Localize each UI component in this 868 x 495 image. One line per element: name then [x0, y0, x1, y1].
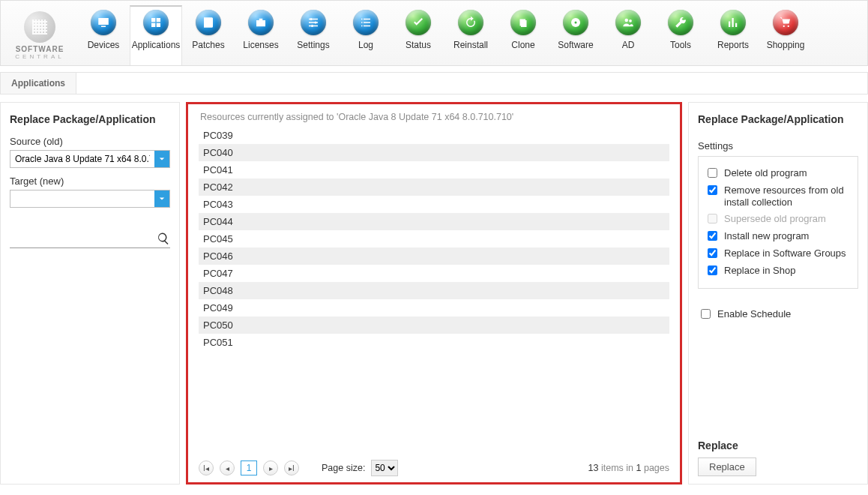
toolbar-devices-button[interactable]: Devices	[77, 5, 130, 65]
wrench-icon	[668, 10, 693, 35]
settings-group: Delete old programRemove resources from …	[698, 156, 858, 289]
toolbar-clone-button[interactable]: Clone	[497, 5, 549, 65]
pager-prev-button[interactable]: ◂	[220, 460, 235, 476]
resource-row[interactable]: PC046	[199, 248, 669, 265]
toolbar-reports-label: Reports	[717, 40, 749, 50]
source-dropdown-button[interactable]	[154, 151, 169, 167]
resource-row[interactable]: PC040	[199, 144, 669, 161]
resource-row[interactable]: PC042	[199, 178, 669, 196]
cart-icon	[773, 10, 798, 35]
toolbar-licenses-button[interactable]: Licenses	[235, 5, 287, 65]
resource-row[interactable]: PC051	[199, 334, 669, 351]
source-label: Source (old)	[10, 136, 170, 147]
enable-schedule-checkbox[interactable]	[701, 309, 711, 319]
option-remove_res[interactable]: Remove resources from old install collec…	[705, 184, 852, 208]
option-delete_old[interactable]: Delete old program	[705, 167, 852, 180]
center-panel: Resources currently assigned to 'Oracle …	[186, 102, 682, 484]
refresh-icon	[458, 10, 483, 35]
svg-point-2	[311, 25, 313, 27]
pager-next-button[interactable]: ▸	[263, 460, 278, 476]
copy-icon	[510, 10, 536, 35]
replace-section: Replace Replace	[698, 436, 858, 476]
toolbar-reinstall-button[interactable]: Reinstall	[444, 5, 497, 65]
settings-label: Settings	[698, 140, 858, 152]
toolbar-tools-button[interactable]: Tools	[654, 5, 707, 65]
toolbar-reinstall-label: Reinstall	[453, 40, 488, 50]
main-layout: Replace Package/Application Source (old)…	[0, 102, 868, 484]
replace-header: Replace	[698, 440, 858, 452]
replace-button[interactable]: Replace	[698, 458, 756, 476]
source-input[interactable]	[10, 151, 154, 167]
pager-current-page[interactable]: 1	[241, 460, 257, 476]
search-input[interactable]	[10, 232, 157, 244]
page-size-select[interactable]: 50	[371, 460, 398, 476]
svg-point-1	[315, 22, 317, 24]
target-combo[interactable]	[10, 190, 170, 208]
source-combo[interactable]	[10, 150, 170, 168]
toolbar-settings-button[interactable]: Settings	[287, 5, 340, 65]
brand-logo: SOFTWARE CENTRAL	[2, 5, 77, 65]
option-replace_groups[interactable]: Replace in Software Groups	[705, 248, 852, 260]
pager-summary: 13 items in 1 pages	[588, 463, 669, 473]
target-dropdown-button[interactable]	[154, 190, 169, 207]
toolbar-applications-button[interactable]: Applications	[130, 5, 182, 65]
toolbar-software-button[interactable]: Software	[549, 5, 602, 65]
check-icon	[406, 10, 431, 35]
toolbar-applications-label: Applications	[132, 40, 181, 50]
toolbar-log-button[interactable]: Log	[340, 5, 392, 65]
resource-list-caption: Resources currently assigned to 'Oracle …	[200, 112, 669, 122]
option-replace_shop[interactable]: Replace in Shop	[705, 265, 852, 278]
breadcrumb[interactable]: Applications	[1, 73, 76, 94]
svg-point-6	[629, 20, 632, 22]
toolbar-patches-button[interactable]: Patches	[182, 5, 235, 65]
target-label: Target (new)	[10, 176, 170, 187]
option-replace_groups-checkbox[interactable]	[708, 248, 717, 258]
target-input[interactable]	[10, 190, 154, 207]
option-supersede-label: Supersede old program	[724, 213, 826, 225]
option-remove_res-label: Remove resources from old install collec…	[724, 184, 852, 208]
resource-row[interactable]: PC041	[199, 161, 669, 178]
toolbar-reports-button[interactable]: Reports	[707, 5, 759, 65]
toolbar-settings-label: Settings	[297, 40, 329, 50]
option-replace_shop-checkbox[interactable]	[708, 266, 717, 275]
toolbar-log-label: Log	[358, 40, 373, 50]
option-remove_res-checkbox[interactable]	[708, 185, 717, 195]
brand-name: SOFTWARE	[16, 45, 64, 53]
svg-point-4	[575, 22, 577, 24]
option-install_new-checkbox[interactable]	[708, 231, 717, 241]
apps-icon	[143, 10, 169, 35]
toolbar-ad-button[interactable]: AD	[602, 5, 654, 65]
resource-row[interactable]: PC039	[199, 127, 669, 144]
resource-row[interactable]: PC049	[199, 299, 669, 316]
pager-last-button[interactable]: ▸I	[284, 460, 299, 476]
option-supersede-checkbox	[708, 214, 717, 224]
search-box[interactable]	[10, 229, 170, 248]
list-icon	[353, 10, 379, 35]
users-icon	[615, 10, 641, 35]
enable-schedule-label: Enable Schedule	[717, 308, 791, 320]
option-delete_old-checkbox[interactable]	[708, 168, 717, 178]
right-title: Replace Package/Application	[698, 113, 858, 125]
toolbar-status-label: Status	[406, 40, 431, 50]
option-replace_groups-label: Replace in Software Groups	[724, 248, 846, 260]
resource-row[interactable]: PC050	[199, 316, 669, 334]
svg-point-5	[625, 19, 629, 22]
chevron-down-icon	[159, 156, 165, 162]
toolbar-shopping-button[interactable]: Shopping	[759, 5, 812, 65]
resource-row[interactable]: PC047	[199, 265, 669, 282]
resource-row[interactable]: PC043	[199, 196, 669, 213]
chart-icon	[720, 10, 746, 35]
resource-list: PC039PC040PC041PC042PC043PC044PC045PC046…	[199, 127, 669, 454]
resource-row[interactable]: PC048	[199, 282, 669, 299]
enable-schedule-row[interactable]: Enable Schedule	[698, 308, 858, 321]
search-icon[interactable]	[157, 232, 170, 245]
right-panel: Replace Package/Application Settings Del…	[688, 102, 868, 484]
sliders-icon	[301, 10, 326, 35]
toolbar-patches-label: Patches	[192, 40, 224, 50]
option-delete_old-label: Delete old program	[724, 167, 807, 179]
resource-row[interactable]: PC044	[199, 213, 669, 230]
toolbar-status-button[interactable]: Status	[392, 5, 444, 65]
pager-first-button[interactable]: I◂	[199, 460, 214, 476]
option-install_new[interactable]: Install new program	[705, 230, 852, 243]
resource-row[interactable]: PC045	[199, 230, 669, 248]
